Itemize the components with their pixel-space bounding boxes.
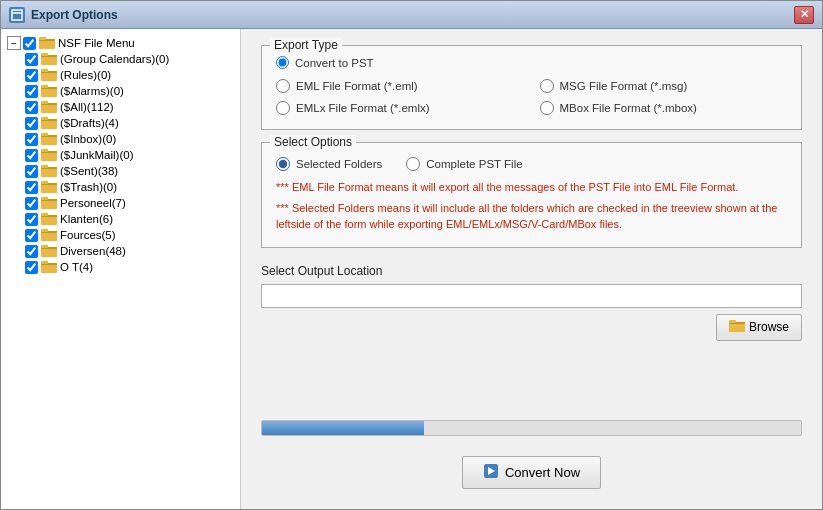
svg-rect-19 <box>41 117 48 120</box>
folder-icon <box>41 132 57 146</box>
complete-pst-label: Complete PST File <box>426 158 522 170</box>
tree-checkbox-child[interactable] <box>25 117 38 130</box>
tree-checkbox-child[interactable] <box>25 165 38 178</box>
tree-checkbox-child[interactable] <box>25 133 38 146</box>
tree-item[interactable]: ($Inbox)(0) <box>23 131 236 147</box>
tree-item[interactable]: ($Trash)(0) <box>23 179 236 195</box>
svg-rect-0 <box>12 10 22 20</box>
folder-icon <box>41 212 57 226</box>
tree-root: − NSF File Menu (Group Calendars)(0)(Rul… <box>1 33 240 277</box>
radio-mbox-label: MBox File Format (*.mbox) <box>560 102 697 114</box>
export-options-window: Export Options ✕ − NSF File Menu (Group … <box>0 0 823 510</box>
tree-child-label: ($JunkMail)(0) <box>60 149 134 161</box>
progress-bar-fill <box>262 421 424 435</box>
tree-toggle-root[interactable]: − <box>7 36 21 50</box>
window-title: Export Options <box>31 8 794 22</box>
tree-checkbox-child[interactable] <box>25 261 38 274</box>
tree-item[interactable]: ($JunkMail)(0) <box>23 147 236 163</box>
radio-row-emlx: EMLx File Format (*.emlx) <box>276 101 524 115</box>
svg-rect-16 <box>41 101 48 104</box>
tree-item[interactable]: Personeel(7) <box>23 195 236 211</box>
folder-icon <box>41 84 57 98</box>
tree-checkbox-child[interactable] <box>25 149 38 162</box>
folder-icon <box>41 228 57 242</box>
folder-icon-root <box>39 36 55 50</box>
folder-icon <box>41 116 57 130</box>
tree-item[interactable]: (Group Calendars)(0) <box>23 51 236 67</box>
tree-checkbox-child[interactable] <box>25 85 38 98</box>
folder-icon <box>41 100 57 114</box>
tree-checkbox-root[interactable] <box>23 37 36 50</box>
svg-rect-7 <box>41 53 48 56</box>
radio-msg-label: MSG File Format (*.msg) <box>560 80 688 92</box>
radio-convert-to-pst[interactable] <box>276 56 289 69</box>
window-icon <box>9 7 25 23</box>
output-path-input[interactable] <box>261 284 802 308</box>
select-options-group: Select Options Selected Folders Complete… <box>261 142 802 248</box>
tree-checkbox-child[interactable] <box>25 101 38 114</box>
tree-checkbox-child[interactable] <box>25 213 38 226</box>
radio-complete-pst[interactable] <box>406 157 420 171</box>
progress-area <box>261 412 802 436</box>
svg-rect-37 <box>41 213 48 216</box>
tree-item[interactable]: Klanten(6) <box>23 211 236 227</box>
browse-button[interactable]: Browse <box>716 314 802 341</box>
title-bar: Export Options ✕ <box>1 1 822 29</box>
convert-to-pst-label: Convert to PST <box>295 57 374 69</box>
svg-rect-34 <box>41 197 48 200</box>
tree-item[interactable]: ($Sent)(38) <box>23 163 236 179</box>
tree-item[interactable]: Diversen(48) <box>23 243 236 259</box>
export-type-grid: EML File Format (*.eml) MSG File Format … <box>276 79 787 115</box>
tree-checkbox-child[interactable] <box>25 53 38 66</box>
tree-root-item[interactable]: − NSF File Menu <box>5 35 236 51</box>
tree-child-label: (Group Calendars)(0) <box>60 53 169 65</box>
browse-row: Browse <box>261 314 802 341</box>
select-options-row: Selected Folders Complete PST File <box>276 157 787 171</box>
tree-child-label: ($Inbox)(0) <box>60 133 116 145</box>
tree-child-label: ($Drafts)(4) <box>60 117 119 129</box>
tree-checkbox-child[interactable] <box>25 69 38 82</box>
bottom-row: Convert Now <box>261 448 802 493</box>
radio-row-msg: MSG File Format (*.msg) <box>540 79 788 93</box>
output-section: Select Output Location Browse <box>261 264 802 341</box>
tree-item[interactable]: ($All)(112) <box>23 99 236 115</box>
tree-item[interactable]: (Rules)(0) <box>23 67 236 83</box>
close-button[interactable]: ✕ <box>794 6 814 24</box>
radio-selected-folders[interactable] <box>276 157 290 171</box>
tree-checkbox-child[interactable] <box>25 229 38 242</box>
svg-rect-10 <box>41 69 48 72</box>
tree-item[interactable]: O T(4) <box>23 259 236 275</box>
tree-child-label: (Rules)(0) <box>60 69 111 81</box>
radio-row-mbox: MBox File Format (*.mbox) <box>540 101 788 115</box>
folder-icon <box>41 164 57 178</box>
radio-row-eml: EML File Format (*.eml) <box>276 79 524 93</box>
browse-label: Browse <box>749 320 789 334</box>
svg-rect-13 <box>41 85 48 88</box>
right-panel: Export Type Convert to PST EML File Form… <box>241 29 822 509</box>
convert-now-button[interactable]: Convert Now <box>462 456 601 489</box>
svg-rect-46 <box>41 261 48 264</box>
tree-item[interactable]: Fources(5) <box>23 227 236 243</box>
tree-checkbox-child[interactable] <box>25 181 38 194</box>
svg-rect-4 <box>39 37 46 40</box>
export-type-group: Export Type Convert to PST EML File Form… <box>261 45 802 130</box>
radio-emlx-label: EMLx File Format (*.emlx) <box>296 102 430 114</box>
tree-root-label: NSF File Menu <box>58 37 135 49</box>
tree-checkbox-child[interactable] <box>25 245 38 258</box>
tree-child-label: O T(4) <box>60 261 93 273</box>
folder-icon <box>41 260 57 274</box>
tree-children: (Group Calendars)(0)(Rules)(0)($Alarms)(… <box>5 51 236 275</box>
radio-mbox[interactable] <box>540 101 554 115</box>
tree-item[interactable]: ($Drafts)(4) <box>23 115 236 131</box>
tree-checkbox-child[interactable] <box>25 197 38 210</box>
radio-eml[interactable] <box>276 79 290 93</box>
tree-child-label: ($All)(112) <box>60 101 114 113</box>
svg-rect-31 <box>41 181 48 184</box>
tree-item[interactable]: ($Alarms)(0) <box>23 83 236 99</box>
radio-msg[interactable] <box>540 79 554 93</box>
radio-eml-label: EML File Format (*.eml) <box>296 80 418 92</box>
radio-emlx[interactable] <box>276 101 290 115</box>
folder-tree-panel: − NSF File Menu (Group Calendars)(0)(Rul… <box>1 29 241 509</box>
progress-bar-container <box>261 420 802 436</box>
info-line1: *** EML File Format means it will export… <box>276 179 787 196</box>
